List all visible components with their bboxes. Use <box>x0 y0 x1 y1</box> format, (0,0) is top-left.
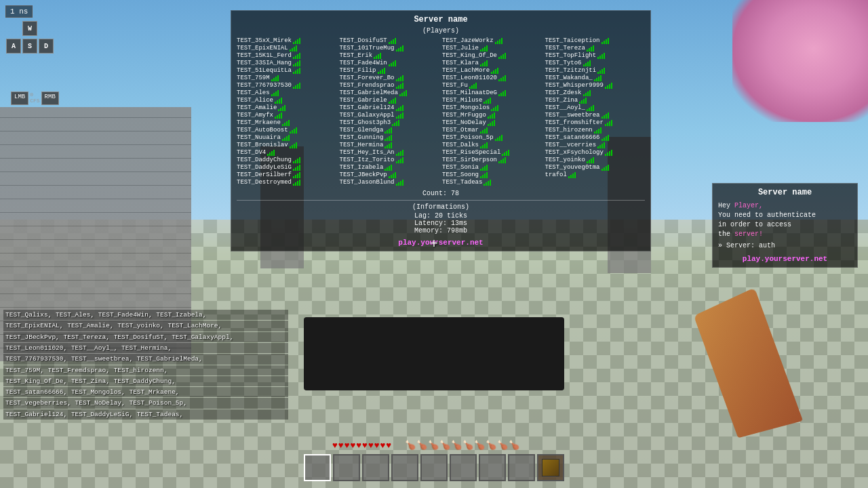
cherry-tree <box>732 0 868 122</box>
stone-pillar-right <box>608 137 651 274</box>
game-world <box>0 0 868 488</box>
stone-pillar-left <box>260 146 304 268</box>
dark-platform <box>304 317 564 390</box>
stone-wall-left <box>0 107 191 361</box>
